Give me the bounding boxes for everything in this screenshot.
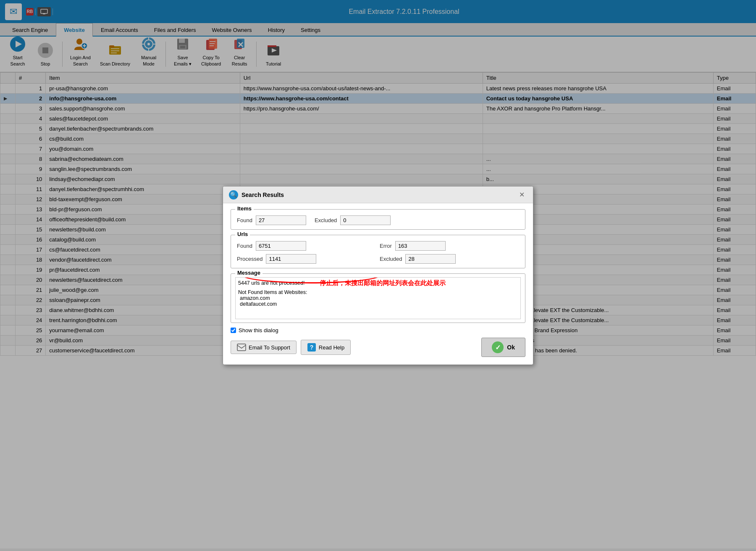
show-dialog-row: Show this dialog [231, 327, 525, 333]
dialog-header-icon: 🔍 [229, 190, 238, 199]
urls-error-input[interactable] [395, 241, 446, 251]
svg-rect-38 [237, 344, 246, 351]
email-support-label: Email To Support [249, 344, 290, 351]
not-found-item-2: deltafaucet.com [238, 301, 518, 307]
message-line1: 5447 urls are not processed! [238, 280, 518, 286]
read-help-button[interactable]: ? Read Help [301, 340, 351, 355]
read-help-label: Read Help [319, 344, 344, 351]
ok-check-icon: ✓ [492, 341, 504, 353]
ok-label: Ok [507, 344, 515, 351]
show-dialog-checkbox[interactable] [231, 328, 236, 333]
items-legend: Items [235, 205, 254, 212]
items-fields: Found Excluded [237, 214, 519, 225]
not-found-header: Not Found Items at Websites: [238, 289, 307, 295]
items-found-label: Found [237, 217, 252, 223]
urls-processed-label: Processed [237, 256, 262, 262]
show-dialog-label: Show this dialog [239, 327, 278, 333]
urls-found-input[interactable] [256, 241, 306, 251]
items-excluded-input[interactable] [340, 215, 391, 225]
svg-text:?: ? [310, 344, 313, 351]
items-found-input[interactable] [256, 215, 306, 225]
urls-error-label: Error [380, 243, 392, 249]
search-results-dialog: 🔍 Search Results ✕ Items Found Excluded [223, 186, 533, 365]
dialog-title: Search Results [242, 192, 517, 198]
urls-error-row: Error [380, 241, 519, 251]
urls-found-label: Found [237, 243, 252, 249]
dialog-footer: Email To Support ? Read Help ✓ Ok [231, 338, 525, 359]
not-found-item-1: amazon.com [238, 295, 518, 301]
urls-excluded-input[interactable] [405, 254, 456, 264]
read-help-icon: ? [307, 343, 316, 352]
urls-processed-input[interactable] [266, 254, 316, 264]
urls-found-row: Found [237, 241, 376, 251]
email-support-button[interactable]: Email To Support [231, 341, 297, 354]
email-support-icon [237, 344, 246, 351]
modal-overlay[interactable]: 🔍 Search Results ✕ Items Found Excluded [0, 0, 756, 551]
urls-excluded-label: Excluded [380, 256, 402, 262]
items-found-row: Found [237, 215, 306, 225]
urls-section: Urls Found Error Processed [231, 235, 525, 268]
message-scroll-area[interactable]: 停止后，未搜出邮箱的网址列表会在此处展示 5447 urls are not p… [235, 277, 521, 319]
urls-legend: Urls [235, 231, 250, 237]
urls-excluded-row: Excluded [380, 254, 519, 264]
dialog-body: Items Found Excluded Urls [223, 203, 533, 365]
items-section: Items Found Excluded [231, 209, 525, 230]
message-section: Message 停止后，未搜出邮箱的网址列表会在此处展示 5447 urls a… [231, 273, 525, 323]
items-excluded-row: Excluded [315, 215, 391, 225]
message-legend: Message [235, 270, 262, 276]
dialog-close-button[interactable]: ✕ [517, 190, 527, 199]
items-excluded-label: Excluded [315, 217, 337, 223]
urls-processed-row: Processed [237, 254, 376, 264]
ok-button[interactable]: ✓ Ok [481, 338, 525, 357]
dialog-header: 🔍 Search Results ✕ [223, 186, 533, 203]
